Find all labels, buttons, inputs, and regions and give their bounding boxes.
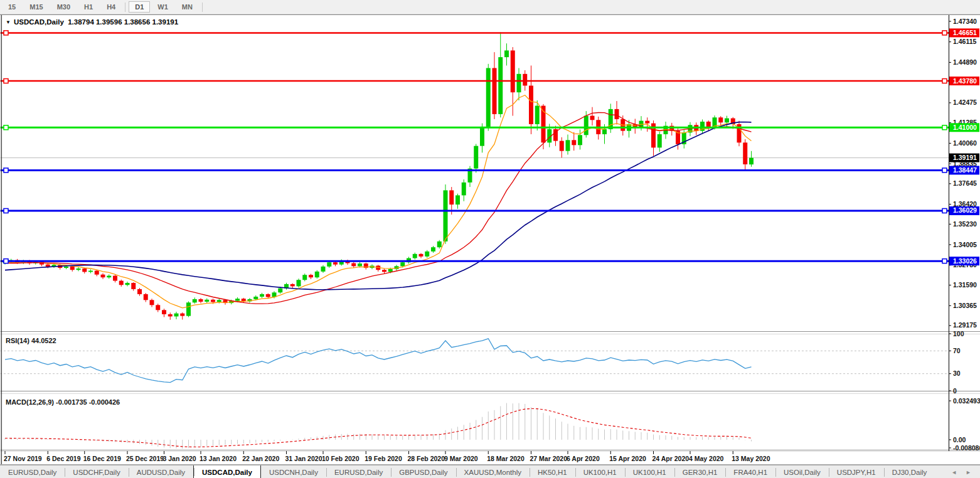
- level-line-handle[interactable]: [942, 208, 947, 213]
- timeframe-button-h1[interactable]: H1: [78, 1, 99, 13]
- date-tick-label: 6 Apr 2020: [567, 455, 600, 462]
- date-tick-label: 25 Dec 2019: [126, 455, 164, 462]
- price-tick-label: 1.30365: [953, 302, 977, 309]
- date-tick-label: 22 Jan 2020: [242, 455, 279, 462]
- rsi-tick-label: 30: [953, 369, 961, 377]
- symbol-tab-audusd-daily[interactable]: AUDUSD,Daily: [129, 465, 193, 478]
- price-tick-label: 1.44890: [953, 58, 977, 66]
- level-line-handle[interactable]: [4, 31, 8, 35]
- price-badge-label: 1.33026: [953, 257, 977, 265]
- rsi-tick-label: 100: [953, 330, 964, 337]
- price-badge-label: 1.36029: [953, 206, 977, 214]
- date-tick-label: 28 Feb 2020: [408, 455, 445, 462]
- symbol-tab-fra40-h1[interactable]: FRA40,H1: [725, 465, 775, 478]
- tab-scroll-nav: ◄►: [942, 465, 980, 478]
- price-tick-label: 1.29175: [953, 321, 977, 329]
- price-tick-label: 1.47340: [953, 18, 977, 25]
- level-line-handle[interactable]: [4, 79, 8, 83]
- symbol-tab-uk100-h1[interactable]: UK100,H1: [625, 465, 674, 478]
- symbol-tab-gbpusd-daily[interactable]: GBPUSD,Daily: [391, 465, 455, 478]
- macd-tick-label: 0.032493: [953, 397, 980, 405]
- timeframe-button-mn[interactable]: MN: [176, 1, 199, 13]
- date-tick-label: 19 Feb 2020: [365, 455, 402, 462]
- level-line-handle[interactable]: [942, 259, 947, 263]
- tab-scroll-right-icon[interactable]: ►: [966, 469, 971, 475]
- toolbar-separator: [125, 3, 125, 12]
- timeframe-button-m15[interactable]: M15: [23, 1, 49, 13]
- macd-tick-label: 0.00: [953, 436, 966, 443]
- date-tick-label: 27 Mar 2020: [530, 455, 568, 462]
- symbol-tab-eurusd-daily[interactable]: EURUSD,Daily: [326, 465, 391, 478]
- price-tick-label: 1.35230: [953, 220, 977, 228]
- price-tick-label: 1.42475: [953, 98, 977, 106]
- timeframe-toolbar: 15M15M30H1H4D1W1MN: [0, 0, 980, 14]
- toolbar-separator: [202, 3, 203, 12]
- date-tick-label: 18 Mar 2020: [487, 455, 525, 462]
- timeframe-button-w1[interactable]: W1: [151, 1, 174, 13]
- date-tick-label: 6 Dec 2019: [46, 455, 80, 462]
- symbol-tab-ger30-h1[interactable]: GER30,H1: [674, 465, 726, 478]
- symbol-tab-xauusd-monthly[interactable]: XAUUSD,Monthly: [456, 465, 530, 478]
- rsi-tick-label: 70: [953, 347, 961, 354]
- date-tick-label: 15 Apr 2020: [609, 455, 646, 462]
- date-tick-label: 27 Nov 2019: [4, 455, 42, 462]
- price-tick-label: 1.40060: [953, 139, 977, 147]
- price-chart-canvas[interactable]: 1.473401.461151.448901.424751.412851.400…: [0, 14, 980, 465]
- tab-scroll-left-icon[interactable]: ◄: [951, 469, 957, 475]
- level-line-handle[interactable]: [4, 259, 8, 263]
- timeframe-button-m30[interactable]: M30: [51, 1, 77, 13]
- symbol-tab-bar: EURUSD,DailyUSDCHF,DailyAUDUSD,DailyUSDC…: [0, 465, 980, 478]
- symbol-tab-dj30-daily[interactable]: DJ30,Daily: [884, 465, 935, 478]
- price-tick-label: 1.31590: [953, 281, 977, 289]
- symbol-tab-usdjpy-h1[interactable]: USDJPY,H1: [829, 465, 884, 478]
- symbol-tab-usdcnh-daily[interactable]: USDCNH,Daily: [261, 465, 326, 478]
- macd-tick-label: -0.008086: [953, 444, 980, 452]
- date-tick-label: 4 May 2020: [689, 455, 724, 462]
- level-line-handle[interactable]: [4, 125, 8, 130]
- timeframe-button-h4[interactable]: H4: [100, 1, 122, 13]
- date-tick-label: 24 Apr 2020: [652, 455, 690, 462]
- level-line-handle[interactable]: [942, 31, 947, 35]
- symbol-tab-usdchf-daily[interactable]: USDCHF,Daily: [65, 465, 128, 478]
- price-tick-label: 1.46115: [953, 38, 977, 45]
- price-badge: 1.33026: [949, 257, 979, 265]
- symbol-tab-hk50-h1[interactable]: HK50,H1: [530, 465, 575, 478]
- date-tick-label: 16 Dec 2019: [83, 455, 121, 462]
- price-badge-label: 1.46651: [953, 29, 977, 36]
- level-line-handle[interactable]: [4, 168, 8, 173]
- symbol-tab-uk100-h1[interactable]: UK100,H1: [575, 465, 625, 478]
- level-line-handle[interactable]: [942, 168, 947, 173]
- date-tick-label: 13 May 2020: [732, 455, 770, 462]
- price-tick-label: 1.37645: [953, 179, 977, 187]
- price-badge-label: 1.38447: [953, 166, 977, 174]
- chart-window: 1.473401.461151.448901.424751.412851.400…: [0, 14, 980, 465]
- price-badge: 1.38447: [949, 166, 979, 174]
- date-tick-label: 13 Jan 2020: [200, 455, 237, 462]
- date-tick-label: 10 Feb 2020: [322, 455, 360, 462]
- timeframe-button-15[interactable]: 15: [2, 1, 22, 13]
- level-line-handle[interactable]: [942, 125, 947, 130]
- date-tick-label: 9 Mar 2020: [444, 455, 478, 462]
- price-badge: 1.43780: [949, 77, 979, 85]
- timeframe-button-d1[interactable]: D1: [129, 1, 150, 13]
- price-badge: 1.46651: [949, 28, 979, 37]
- date-tick-label: 31 Jan 2020: [285, 455, 322, 462]
- price-badge-label: 1.39191: [953, 154, 977, 161]
- symbol-tab-usoil-daily[interactable]: USOil,Daily: [775, 465, 829, 478]
- date-tick-label: 3 Jan 2020: [163, 455, 196, 462]
- price-badge: 1.36029: [949, 206, 979, 215]
- price-badge: 1.41000: [949, 123, 979, 132]
- symbol-tab-usdcad-daily[interactable]: USDCAD,Daily: [193, 465, 261, 478]
- price-badge-label: 1.41000: [953, 124, 977, 131]
- price-badge-label: 1.43780: [953, 77, 977, 85]
- rsi-tick-label: 0: [953, 387, 957, 395]
- price-tick-label: 1.34005: [953, 241, 977, 248]
- price-badge: 1.39191: [949, 154, 979, 162]
- level-line-handle[interactable]: [942, 79, 947, 83]
- symbol-tab-eurusd-daily[interactable]: EURUSD,Daily: [0, 465, 65, 478]
- level-line-handle[interactable]: [4, 208, 8, 213]
